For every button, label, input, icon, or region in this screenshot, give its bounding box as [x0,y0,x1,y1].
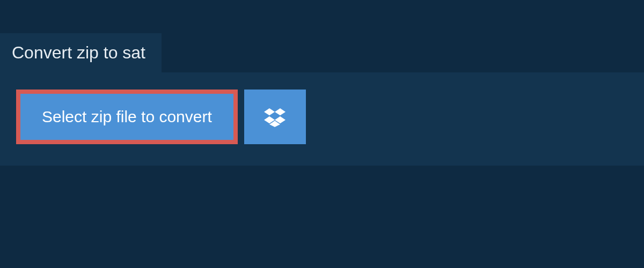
dropbox-icon [264,106,286,129]
button-row: Select zip file to convert [16,90,628,144]
select-file-button[interactable]: Select zip file to convert [16,90,238,144]
upload-panel: Select zip file to convert [0,72,644,166]
tab-convert[interactable]: Convert zip to sat [0,33,162,72]
select-file-label: Select zip file to convert [42,108,212,126]
tab-label: Convert zip to sat [12,43,145,62]
dropbox-button[interactable] [244,90,306,144]
